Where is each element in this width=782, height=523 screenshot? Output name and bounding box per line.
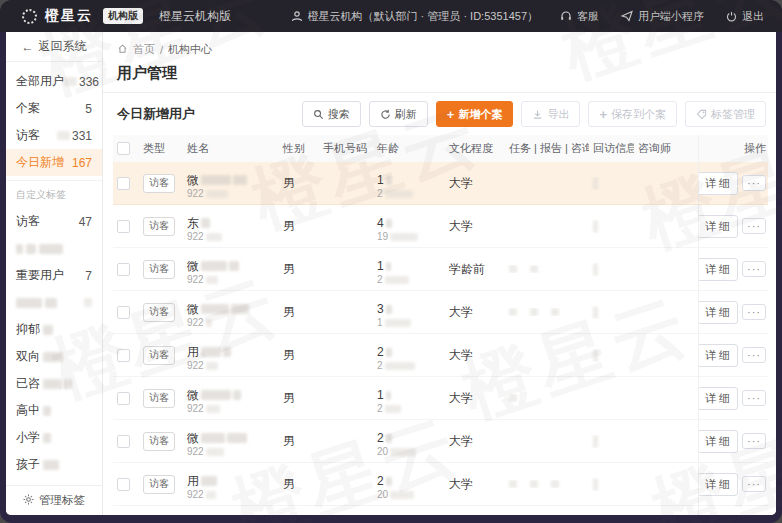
manage-tags-button[interactable]: 管理标签 <box>6 485 102 515</box>
sidebar-item-孩子[interactable]: 孩子 <box>6 451 102 478</box>
user-birthdate: 20 <box>377 488 441 501</box>
support-button[interactable]: 客服 <box>560 9 599 24</box>
row-education-cell: 大学 <box>445 390 505 407</box>
column-header: 操作 <box>698 135 768 162</box>
type-badge: 访客 <box>143 303 175 322</box>
row-gender-cell: 男 <box>279 390 319 407</box>
row-more-button[interactable]: ··· <box>742 261 766 277</box>
detail-button[interactable]: 详 细 <box>698 344 738 367</box>
sidebar-item-label: 双向 <box>16 348 63 365</box>
user-name: 微 <box>187 431 275 445</box>
row-checkbox[interactable] <box>117 478 130 491</box>
sidebar-item-全部用户[interactable]: 全部用户336 <box>6 68 102 95</box>
save-to-case-button[interactable]: + 保存到个案 <box>588 101 677 127</box>
row-checkbox[interactable] <box>117 435 130 448</box>
row-name-cell: 微922 <box>183 381 279 415</box>
search-label: 搜索 <box>328 107 350 122</box>
redacted-text <box>233 390 241 400</box>
row-actions-cell: 详 细··· <box>698 334 768 376</box>
table-row: 访客微922男12大学详 细··· <box>113 506 768 515</box>
sidebar-item-text: 重要用户 <box>16 267 64 284</box>
search-icon <box>313 109 324 120</box>
sidebar-item-label: 孩子 <box>16 456 59 473</box>
sidebar-item-个案[interactable]: 个案5 <box>6 95 102 122</box>
add-case-button[interactable]: + 新增个案 <box>436 101 514 127</box>
row-more-button[interactable]: ··· <box>742 218 766 234</box>
row-checkbox[interactable] <box>117 263 130 276</box>
back-to-system[interactable]: ← 返回系统 <box>6 32 102 62</box>
row-more-button[interactable]: ··· <box>742 390 766 406</box>
row-more-button[interactable]: ··· <box>742 433 766 449</box>
select-all-checkbox[interactable] <box>117 142 130 155</box>
row-checkbox[interactable] <box>117 177 130 190</box>
refresh-button[interactable]: 刷新 <box>369 101 428 127</box>
detail-button[interactable]: 详 细 <box>698 215 738 238</box>
sidebar-item-双向[interactable]: 双向 <box>6 343 102 370</box>
row-task-report-consult-cell <box>505 394 589 402</box>
row-type-cell: 访客 <box>139 303 183 322</box>
breadcrumb-home[interactable]: 首页 <box>133 42 155 57</box>
table-row: 访客东922男419大学详 细··· <box>113 205 768 248</box>
sidebar-item-抑郁[interactable]: 抑郁 <box>6 316 102 343</box>
type-badge: 访客 <box>143 260 175 279</box>
account-menu[interactable]: 橙星云机构（默认部门 · 管理员 · ID:5351457） <box>291 9 538 24</box>
redacted-text <box>509 394 517 402</box>
sidebar-item-count-value: 7 <box>85 269 92 283</box>
sidebar-item-count: 331 <box>57 129 92 143</box>
sidebar-item-count-value: 331 <box>72 129 92 143</box>
export-button[interactable]: 导出 <box>521 101 580 127</box>
sidebar-item-count: 336 <box>64 75 99 89</box>
user-name-prefix: 微 <box>187 173 199 187</box>
tag-manage-button[interactable]: 标签管理 <box>685 101 766 127</box>
row-type-cell: 访客 <box>139 389 183 408</box>
sidebar-item-访客[interactable]: 访客331 <box>6 122 102 149</box>
detail-button[interactable]: 详 细 <box>698 172 738 195</box>
sidebar-item-label: 访客 <box>16 213 40 230</box>
row-checkbox[interactable] <box>117 220 130 233</box>
sidebar-item-count: 7 <box>85 269 92 283</box>
sidebar-item-redacted[interactable] <box>6 289 102 316</box>
sidebar-item-redacted[interactable] <box>6 235 102 262</box>
redacted-text <box>206 405 220 413</box>
sidebar-item-重要用户[interactable]: 重要用户7 <box>6 262 102 289</box>
user-birthdate: 1 <box>377 316 441 329</box>
row-checkbox[interactable] <box>117 392 130 405</box>
logout-button[interactable]: 退出 <box>726 9 764 24</box>
plus-icon: + <box>599 108 607 121</box>
detail-button[interactable]: 详 细 <box>698 301 738 324</box>
manage-tags-label: 管理标签 <box>39 493 85 508</box>
detail-button[interactable]: 详 细 <box>698 430 738 453</box>
row-more-button[interactable]: ··· <box>742 304 766 320</box>
sidebar-item-高中[interactable]: 高中 <box>6 397 102 424</box>
row-age-cell: 31 <box>373 295 445 329</box>
miniprogram-button[interactable]: 用户端小程序 <box>621 9 704 24</box>
sidebar-item-访客[interactable]: 访客47 <box>6 208 102 235</box>
row-followup-cell <box>589 220 634 233</box>
column-header: 文化程度 <box>445 141 505 156</box>
row-checkbox[interactable] <box>117 306 130 319</box>
sidebar-item-小学[interactable]: 小学 <box>6 424 102 451</box>
sidebar-item-今日新增[interactable]: 今日新增167 <box>6 149 102 176</box>
redacted-text <box>231 304 249 314</box>
sidebar: ← 返回系统 全部用户336个案5访客331今日新增167 自定义标签 访客47… <box>6 32 103 515</box>
redacted-text <box>593 220 598 233</box>
row-checkbox[interactable] <box>117 349 130 362</box>
redacted-text <box>551 308 559 316</box>
detail-button[interactable]: 详 细 <box>698 387 738 410</box>
row-more-button[interactable]: ··· <box>742 347 766 363</box>
redacted-text <box>201 218 210 228</box>
column-header: 类型 <box>139 141 183 156</box>
sidebar-item-label <box>16 244 63 254</box>
detail-button[interactable]: 详 细 <box>698 258 738 281</box>
row-more-button[interactable]: ··· <box>742 476 766 492</box>
row-education-cell: 学龄前 <box>445 261 505 278</box>
redacted-text <box>206 448 224 456</box>
search-button[interactable]: 搜索 <box>302 101 361 127</box>
user-name-prefix: 微 <box>187 259 199 273</box>
column-header: 年龄 <box>373 141 445 156</box>
redacted-text <box>201 261 227 271</box>
sidebar-item-已咨[interactable]: 已咨 <box>6 370 102 397</box>
detail-button[interactable]: 详 细 <box>698 473 738 496</box>
row-more-button[interactable]: ··· <box>742 175 766 191</box>
user-name: 微 <box>187 388 275 402</box>
